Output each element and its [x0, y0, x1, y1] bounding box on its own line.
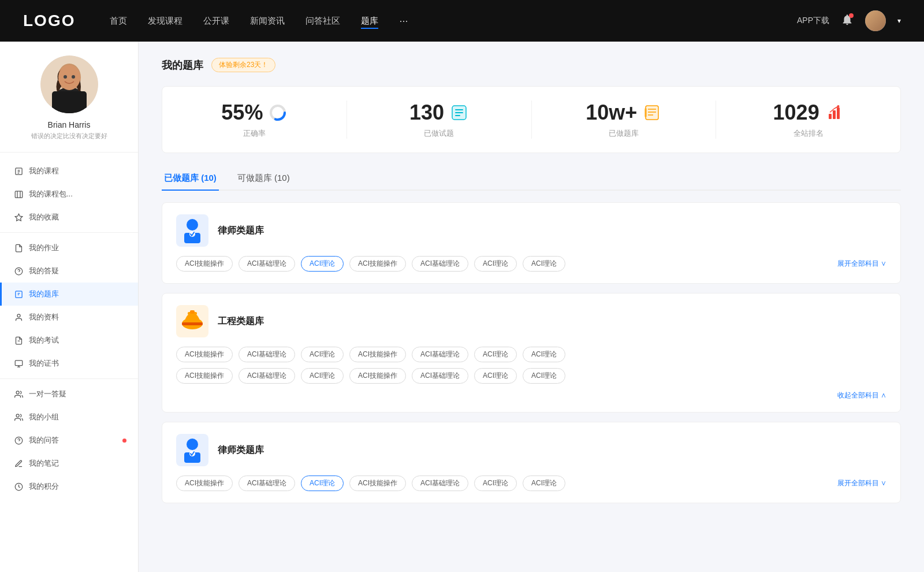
stat-rank-value: 1029 — [773, 101, 819, 125]
tag-3-5[interactable]: ACI理论 — [474, 476, 517, 491]
nav-more[interactable]: ··· — [399, 13, 408, 29]
stat-rank: 1029 全站排名 — [716, 101, 900, 139]
stat-done-b-row: 10w+ — [586, 101, 661, 125]
tag-1-3[interactable]: ACI技能操作 — [349, 256, 406, 272]
note-icon — [14, 459, 23, 468]
sidebar-item-one-on-one[interactable]: 一对一答疑 — [0, 382, 138, 406]
stats-row: 55% 正确率 130 — [162, 86, 901, 153]
tag-1-2[interactable]: ACI理论 — [301, 256, 344, 272]
notebook-icon — [643, 103, 661, 122]
menu-divider-1 — [0, 232, 138, 233]
notification-dot — [849, 13, 854, 18]
bank-card-engineer: 工程类题库 ACI技能操作 ACI基础理论 ACI理论 ACI技能操作 ACI基… — [162, 293, 901, 413]
tag-2b-0[interactable]: ACI技能操作 — [176, 368, 233, 384]
sidebar-item-cert[interactable]: 我的证书 — [0, 352, 138, 375]
notification-bell[interactable] — [841, 13, 854, 28]
app-download-btn[interactable]: APP下载 — [797, 16, 829, 26]
sidebar-item-question[interactable]: 我的问答 — [0, 429, 138, 452]
sidebar-item-points[interactable]: 我的积分 — [0, 475, 138, 498]
bank-card-header-2: 工程类题库 — [176, 305, 886, 337]
tag-2b-6[interactable]: ACI理论 — [523, 368, 565, 384]
tag-3-4[interactable]: ACI基础理论 — [412, 476, 468, 491]
expand-btn-1[interactable]: 展开全部科目 ∨ — [828, 259, 886, 269]
exam-icon — [14, 336, 23, 345]
sidebar-item-homework[interactable]: 我的作业 — [0, 236, 138, 259]
tag-2-2[interactable]: ACI理论 — [301, 347, 344, 362]
bank-title-1: 律师类题库 — [218, 225, 264, 237]
tag-2b-4[interactable]: ACI基础理论 — [412, 368, 468, 384]
nav-right: APP下载 ▾ — [797, 10, 901, 31]
sidebar-item-bank[interactable]: 我的题库 — [0, 283, 138, 306]
svg-point-43 — [187, 439, 198, 450]
expand-btn-3[interactable]: 展开全部科目 ∨ — [828, 478, 886, 488]
tag-1-0[interactable]: ACI技能操作 — [176, 256, 233, 272]
nav-bank[interactable]: 题库 — [361, 13, 378, 29]
nav-news[interactable]: 新闻资讯 — [250, 13, 285, 29]
sidebar-label-course: 我的课程 — [29, 166, 59, 176]
user-menu-chevron[interactable]: ▾ — [897, 17, 901, 25]
tag-1-1[interactable]: ACI基础理论 — [239, 256, 295, 272]
sidebar-label-note: 我的笔记 — [29, 458, 59, 469]
tag-2b-2[interactable]: ACI理论 — [301, 368, 344, 384]
tabs-row: 已做题库 (10) 可做题库 (10) — [162, 167, 901, 191]
svg-rect-32 — [829, 114, 832, 119]
svg-rect-33 — [833, 110, 836, 119]
tag-2b-5[interactable]: ACI理论 — [474, 368, 517, 384]
sidebar-item-group[interactable]: 我的小组 — [0, 406, 138, 429]
nav-discover[interactable]: 发现课程 — [148, 13, 182, 29]
tag-2-3[interactable]: ACI技能操作 — [349, 347, 406, 362]
tag-1-4[interactable]: ACI基础理论 — [412, 256, 468, 272]
tab-done[interactable]: 已做题库 (10) — [162, 167, 219, 191]
nav-open-course[interactable]: 公开课 — [203, 13, 229, 29]
tag-3-2[interactable]: ACI理论 — [301, 476, 344, 491]
bar-chart-rank-icon — [825, 103, 844, 122]
sidebar-item-favorites[interactable]: 我的收藏 — [0, 206, 138, 229]
bank-tags-2b: ACI技能操作 ACI基础理论 ACI理论 ACI技能操作 ACI基础理论 AC… — [176, 368, 886, 384]
tag-3-1[interactable]: ACI基础理论 — [239, 476, 295, 491]
bank-card-header-3: 律师类题库 — [176, 434, 886, 466]
tag-2-1[interactable]: ACI基础理论 — [239, 347, 295, 362]
tag-2-6[interactable]: ACI理论 — [523, 347, 565, 362]
collapse-btn-2[interactable]: 收起全部科目 ∧ — [837, 391, 886, 399]
points-icon — [14, 482, 23, 491]
star-icon — [14, 213, 23, 222]
bank-card-lawyer-1: 律师类题库 ACI技能操作 ACI基础理论 ACI理论 ACI技能操作 ACI基… — [162, 202, 901, 284]
sidebar-item-package[interactable]: 我的课程包... — [0, 183, 138, 206]
layout: Brian Harris 错误的决定比没有决定要好 我的课程 我的课程包... — [0, 42, 924, 572]
tag-2-0[interactable]: ACI技能操作 — [176, 347, 233, 362]
sidebar-item-profile[interactable]: 我的资料 — [0, 306, 138, 329]
tag-2b-3[interactable]: ACI技能操作 — [349, 368, 406, 384]
user-avatar[interactable] — [865, 10, 886, 31]
tag-3-3[interactable]: ACI技能操作 — [349, 476, 406, 491]
sidebar-label-exam: 我的考试 — [29, 335, 59, 346]
tag-3-6[interactable]: ACI理论 — [523, 476, 565, 491]
sidebar-item-qa[interactable]: 我的答疑 — [0, 259, 138, 283]
sidebar-item-note[interactable]: 我的笔记 — [0, 452, 138, 475]
stat-accuracy-label: 正确率 — [243, 128, 266, 139]
tab-available[interactable]: 可做题库 (10) — [235, 167, 292, 191]
tag-2-4[interactable]: ACI基础理论 — [412, 347, 468, 362]
profile-avatar — [40, 55, 98, 113]
stat-done-banks: 10w+ 已做题库 — [532, 101, 717, 139]
tag-3-0[interactable]: ACI技能操作 — [176, 476, 233, 491]
bank-icon — [14, 289, 23, 299]
tag-1-5[interactable]: ACI理论 — [474, 256, 517, 272]
nav-items: 首页 发现课程 公开课 新闻资讯 问答社区 题库 ··· — [110, 13, 797, 29]
profile-motto: 错误的决定比没有决定要好 — [31, 132, 107, 140]
stat-accuracy-row: 55% — [221, 101, 287, 125]
svg-point-3 — [58, 65, 80, 90]
nav-qa[interactable]: 问答社区 — [305, 13, 340, 29]
stat-accuracy-value: 55% — [221, 101, 263, 125]
tag-1-6[interactable]: ACI理论 — [523, 256, 565, 272]
tag-2b-1[interactable]: ACI基础理论 — [239, 368, 295, 384]
stat-done-b-value: 10w+ — [586, 101, 637, 125]
sidebar-item-exam[interactable]: 我的考试 — [0, 329, 138, 352]
nav-home[interactable]: 首页 — [110, 13, 127, 29]
stat-done-b-label: 已做题库 — [609, 128, 639, 139]
stat-done-q-value: 130 — [409, 101, 444, 125]
svg-rect-6 — [52, 91, 87, 113]
sidebar-item-course[interactable]: 我的课程 — [0, 159, 138, 183]
sidebar-profile: Brian Harris 错误的决定比没有决定要好 — [0, 55, 138, 153]
tag-2-5[interactable]: ACI理论 — [474, 347, 517, 362]
cert-icon — [14, 359, 23, 368]
